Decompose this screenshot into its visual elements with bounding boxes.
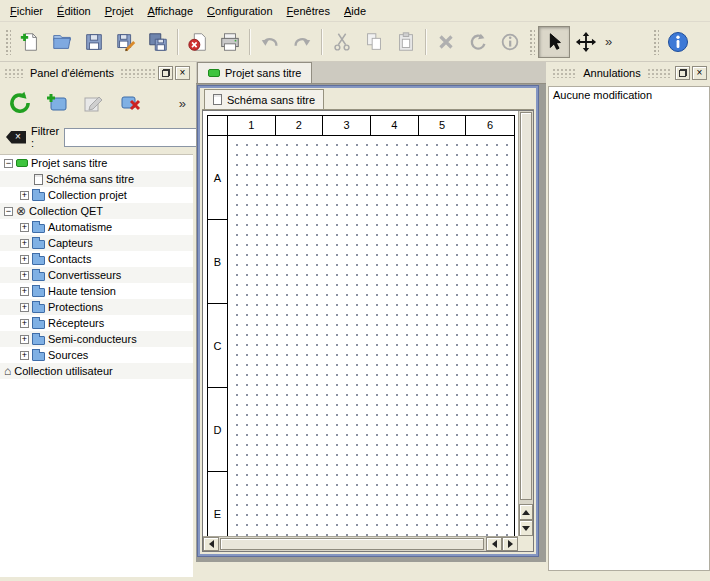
tab-schema-sans-titre[interactable]: Schéma sans titre	[204, 89, 324, 109]
edit-element-button[interactable]	[78, 87, 110, 119]
tree-item-semi-conducteurs[interactable]: + Semi-conducteurs	[0, 331, 193, 347]
undo-panel-close-button[interactable]: ×	[692, 66, 707, 80]
scroll-up-button[interactable]	[519, 504, 533, 520]
expand-icon[interactable]: +	[20, 271, 29, 280]
tree-item-recepteurs[interactable]: + Récepteurs	[0, 315, 193, 331]
tree-item-schema[interactable]: Schéma sans titre	[0, 171, 193, 187]
toolbar-grip[interactable]	[653, 29, 659, 55]
toolbar-grip[interactable]	[529, 29, 535, 55]
menu-fichier[interactable]: Fichier	[3, 2, 50, 20]
project-tab-bar: Projet sans titre	[196, 62, 546, 84]
scroll-down-button[interactable]	[519, 520, 533, 536]
clear-filter-button[interactable]: ×	[6, 131, 26, 144]
diagram-grid[interactable]	[228, 136, 514, 552]
redo-button[interactable]	[286, 26, 318, 58]
horizontal-scrollbar[interactable]	[203, 536, 518, 551]
qet-collection-icon: ⊗	[16, 205, 26, 217]
dock-grip[interactable]	[4, 68, 24, 78]
filter-input[interactable]	[64, 128, 214, 147]
expand-icon[interactable]: +	[20, 223, 29, 232]
save-button[interactable]	[78, 26, 110, 58]
info-blue-icon	[666, 30, 690, 54]
expand-icon[interactable]: +	[20, 335, 29, 344]
expand-icon[interactable]: +	[20, 287, 29, 296]
h-scroll-thumb[interactable]	[220, 538, 484, 550]
undo-button[interactable]	[254, 26, 286, 58]
expand-icon[interactable]: +	[20, 351, 29, 360]
tab-projet-sans-titre[interactable]: Projet sans titre	[197, 62, 312, 83]
vertical-scrollbar[interactable]	[518, 111, 533, 536]
rotate-button[interactable]	[462, 26, 494, 58]
move-tool-button[interactable]	[570, 26, 602, 58]
tree-item-collection-qet[interactable]: − ⊗ Collection QET	[0, 203, 193, 219]
select-tool-button[interactable]	[538, 26, 570, 58]
toolbar-overflow-chevron[interactable]: »	[602, 34, 615, 49]
menu-fenetres[interactable]: Fenêtres	[280, 2, 337, 20]
undo-panel-titlebar[interactable]: Annulations ×	[549, 64, 709, 82]
elements-panel-close-button[interactable]: ×	[175, 66, 190, 80]
panel-overflow-chevron[interactable]: »	[176, 96, 189, 111]
menu-projet[interactable]: Projet	[98, 2, 141, 20]
tree-item-automatisme[interactable]: + Automatisme	[0, 219, 193, 235]
new-document-button[interactable]	[14, 26, 46, 58]
left-arrow-icon	[205, 540, 214, 548]
undo-history-list[interactable]: Aucune modification	[548, 86, 710, 571]
undo-panel-float-button[interactable]	[675, 66, 690, 80]
diagram-view[interactable]: 1 2 3 4 5 6 A B C D E	[202, 110, 534, 552]
info-button[interactable]	[494, 26, 526, 58]
expand-icon[interactable]: +	[20, 191, 29, 200]
tree-item-protections[interactable]: + Protections	[0, 299, 193, 315]
scroll-left-button[interactable]	[203, 537, 219, 551]
delete-button[interactable]	[430, 26, 462, 58]
tree-item-contacts[interactable]: + Contacts	[0, 251, 193, 267]
elements-panel-float-button[interactable]	[158, 66, 173, 80]
rotate-icon	[467, 31, 489, 53]
dock-grip[interactable]	[120, 68, 155, 78]
tree-item-collection-projet[interactable]: + Collection projet	[0, 187, 193, 203]
menu-configuration[interactable]: Configuration	[200, 2, 279, 20]
scroll-right-button[interactable]	[502, 537, 518, 551]
expand-icon[interactable]: +	[20, 255, 29, 264]
reload-collections-button[interactable]	[4, 87, 36, 119]
right-arrow-icon	[508, 540, 517, 548]
menu-edition[interactable]: Édition	[50, 2, 98, 20]
print-button[interactable]	[214, 26, 246, 58]
collapse-icon[interactable]: −	[4, 159, 13, 168]
copy-button[interactable]	[358, 26, 390, 58]
save-as-button[interactable]	[110, 26, 142, 58]
diagram-tab-bar: Schéma sans titre	[202, 90, 534, 110]
scroll-left-button-2[interactable]	[486, 537, 502, 551]
save-icon	[83, 31, 105, 53]
expand-icon[interactable]: +	[20, 239, 29, 248]
row-header-cell: B	[208, 220, 227, 304]
paste-button[interactable]	[390, 26, 422, 58]
collapse-icon[interactable]: −	[4, 207, 13, 216]
cut-button[interactable]	[326, 26, 358, 58]
menu-affichage[interactable]: Affichage	[140, 2, 200, 20]
tree-item-label: Protections	[48, 301, 103, 313]
tree-item-convertisseurs[interactable]: + Convertisseurs	[0, 267, 193, 283]
column-header-cell: 6	[466, 116, 514, 135]
close-file-button[interactable]	[182, 26, 214, 58]
tree-item-project[interactable]: − Projet sans titre	[0, 155, 193, 171]
expand-icon[interactable]: +	[20, 303, 29, 312]
tree-item-sources[interactable]: + Sources	[0, 347, 193, 363]
new-element-button[interactable]	[41, 87, 73, 119]
tree-item-haute-tension[interactable]: + Haute tension	[0, 283, 193, 299]
about-info-button[interactable]	[662, 26, 694, 58]
delete-element-button[interactable]	[115, 87, 147, 119]
column-header-cell: 3	[323, 116, 371, 135]
v-scroll-thumb[interactable]	[520, 112, 532, 500]
open-project-button[interactable]	[46, 26, 78, 58]
filter-label: Filtrer :	[31, 125, 59, 149]
dock-grip[interactable]	[647, 68, 672, 78]
expand-icon[interactable]: +	[20, 319, 29, 328]
tree-item-collection-utilisateur[interactable]: ⌂ Collection utilisateur	[0, 363, 193, 379]
toolbar-grip[interactable]	[5, 29, 11, 55]
elements-panel-titlebar[interactable]: Panel d'éléments ×	[1, 64, 192, 82]
tree-item-capteurs[interactable]: + Capteurs	[0, 235, 193, 251]
dock-grip[interactable]	[552, 68, 577, 78]
cut-icon	[331, 31, 353, 53]
save-all-button[interactable]	[142, 26, 174, 58]
menu-aide[interactable]: Aide	[337, 2, 373, 20]
